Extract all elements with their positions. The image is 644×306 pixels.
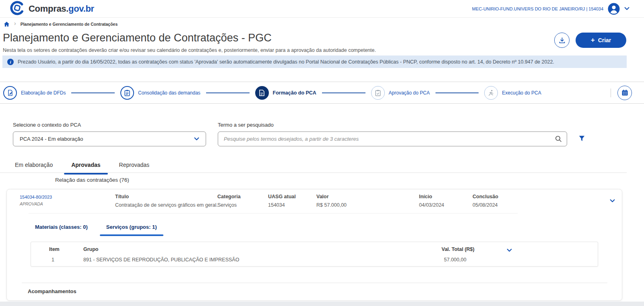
plus-icon: + [591,36,595,44]
info-banner: i Prezado Usuário, a partir do dia 16/05… [2,55,627,68]
tab-reprovadas[interactable]: Reprovadas [115,158,154,175]
contract-card: 154034-80/2023 APROVADA Título Contrataç… [6,189,622,301]
page-title: Planejamento e Gerenciamento de Contrata… [3,32,510,44]
breadcrumb: › Planejamento e Gerenciamento de Contra… [0,18,644,30]
context-select[interactable]: PCA 2024 - Em elaboração [13,131,206,146]
tabs-divider [0,173,627,173]
field-label: Categoria [217,194,241,199]
filters-row: Selecione o contexto do PCA PCA 2024 - E… [0,121,644,150]
field-value: Serviços [217,202,241,208]
detail-tabs: Materiais (classes: 0) Serviços (grupos:… [35,224,157,236]
tab-label: Materiais (classes: 0) [35,224,88,230]
tab-label: Reprovadas [119,162,150,168]
step-aprovacao-do-pca[interactable]: Aprovação do PCA [371,86,430,100]
collapse-row-chevron-up-icon[interactable] [610,198,615,204]
step-connector [206,92,250,93]
tab-label: Serviços (grupos: 1) [106,224,157,230]
step-formacao-do-pca[interactable]: Formação do PCA [255,86,316,100]
document-icon [255,86,269,100]
tab-materiais[interactable]: Materiais (classes: 0) [35,224,88,236]
search-label: Termo a ser pesquisado [218,122,567,128]
top-header: Compras.gov.br MEC-UNIRIO-FUND.UNIVERS D… [0,0,644,18]
field-value: 04/03/2024 [419,202,444,208]
contract-status-badge: APROVADA [20,201,43,206]
step-execucao-do-pca[interactable]: Execução do PCA [484,86,541,100]
column-header-item: Item [49,246,60,252]
page-actions: + Criar [554,33,626,48]
download-button[interactable] [554,33,570,48]
user-area: MEC-UNIRIO-FUND.UNIVERS DO RIO DE JANEIR… [472,3,630,15]
brand-text: Compras.gov.br [29,4,94,14]
tab-aprovadas[interactable]: Aprovadas [67,158,104,175]
context-filter: Selecione o contexto do PCA PCA 2024 - E… [13,122,206,146]
field-value: 05/08/2024 [473,202,498,208]
table-chevron-down-icon[interactable] [507,247,512,253]
cell-item: 1 [52,257,54,263]
home-icon[interactable] [4,21,10,27]
search-icon[interactable] [555,135,562,144]
info-banner-text: Prezado Usuário, a partir do dia 16/05/2… [18,59,554,65]
pca-stepper: Elaboração de DFDs Consolidação das dema… [0,82,644,104]
page-header: Planejamento e Gerenciamento de Contrata… [3,32,510,53]
field-uasg-atual: UASG atual 154034 [268,194,296,208]
clipboard-icon [120,86,134,100]
user-menu-chevron-down-icon[interactable] [624,7,630,10]
breadcrumb-current: Planejamento e Gerenciamento de Contrata… [21,22,118,27]
clipboard-check-icon [371,86,385,100]
field-valor: Valor R$ 57.000,00 [316,194,347,208]
tab-label: Aprovadas [71,162,100,168]
info-icon: i [7,59,14,65]
field-label: Valor [316,194,347,199]
row-divider [29,213,518,214]
step-consolidacao-das-demandas[interactable]: Consolidação das demandas [120,86,200,100]
step-connector [322,92,365,93]
status-tabs: Em elaboração Aprovadas Reprovadas [11,158,164,175]
field-value: Contratação de de serviços gráficos em g… [115,202,218,208]
step-label: Formação do PCA [273,90,316,96]
create-button[interactable]: + Criar [576,33,626,48]
brand-logo[interactable]: Compras.gov.br [10,0,94,17]
field-label: Início [419,194,444,199]
field-value: 154034 [268,202,296,208]
column-header-grupo: Grupo [83,246,99,252]
search-input[interactable] [218,131,567,146]
brand-text-blue: gov.br [68,4,94,14]
stepper-divider [611,88,611,97]
pgc-page: Compras.gov.br MEC-UNIRIO-FUND.UNIVERS D… [0,0,644,306]
search-field [218,131,567,146]
cell-grupo: 891 - SERVIÇOS DE REPRODUÇÃO, PUBLICAÇÃO… [83,257,239,263]
edit-document-icon [3,86,17,100]
field-inicio: Início 04/03/2024 [419,194,444,208]
tab-em-elaboracao[interactable]: Em elaboração [11,158,57,175]
step-label: Consolidação das demandas [138,90,200,96]
field-titulo: Título Contratação de de serviços gráfic… [115,194,218,208]
search-filter: Termo a ser pesquisado [218,122,567,146]
followups-label: Acompanhamentos [28,288,76,294]
field-categoria: Categoria Serviços [217,194,241,208]
bottom-strip [0,302,644,306]
step-connector [436,92,479,93]
followups-divider [22,283,607,283]
compras-logo-icon [10,0,25,17]
tab-servicos[interactable]: Serviços (grupos: 1) [106,224,157,236]
org-label: MEC-UNIRIO-FUND.UNIVERS DO RIO DE JANEIR… [472,6,603,11]
field-label: Conclusão [473,194,498,199]
step-label: Execução do PCA [502,90,541,96]
items-table: Item Grupo Val. Total (R$) 1 891 - SERVI… [31,242,598,267]
calendar-button[interactable] [617,86,632,100]
cell-val-total: 57.000,00 [444,257,466,263]
filter-funnel-icon[interactable] [579,136,585,143]
contract-id-link[interactable]: 154034-80/2023 [20,195,52,199]
context-select-label: Selecione o contexto do PCA [13,122,206,128]
field-value: R$ 57.000,00 [316,202,347,208]
breadcrumb-separator-icon: › [14,21,16,26]
brand-text-dark: Compras. [29,4,68,14]
user-avatar[interactable] [608,3,620,15]
select-chevron-down-icon [194,136,199,142]
step-elaboracao-de-dfds[interactable]: Elaboração de DFDs [3,86,66,100]
results-count-label: Relação das contratações (76) [55,177,129,183]
column-header-val-total: Val. Total (R$) [442,246,475,252]
page-subtitle: Nesta tela os setores de contratações de… [3,47,510,53]
context-select-value: PCA 2024 - Em elaboração [20,136,83,142]
runner-icon [484,86,498,100]
